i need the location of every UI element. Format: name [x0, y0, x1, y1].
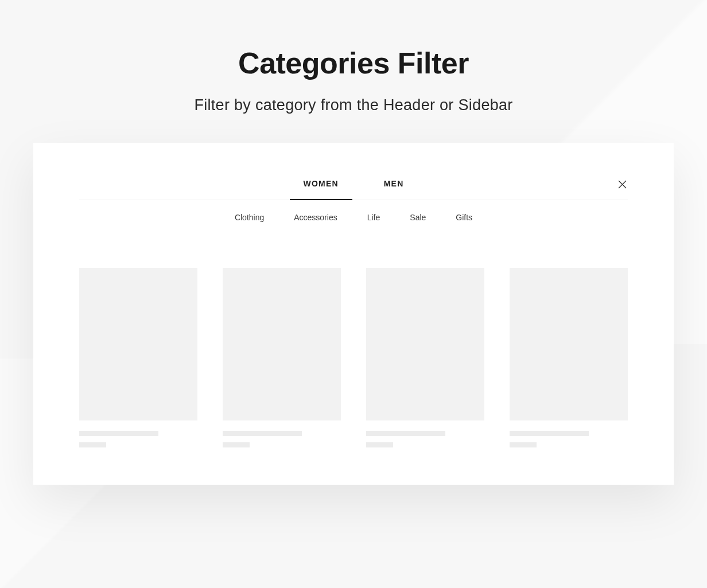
tab-gifts[interactable]: Gifts — [456, 213, 472, 222]
product-title-skeleton — [510, 431, 589, 436]
tab-life[interactable]: Life — [367, 213, 380, 222]
product-image-skeleton — [79, 268, 197, 420]
product-price-skeleton — [223, 442, 250, 447]
primary-tabs: WOMEN MEN — [79, 169, 628, 200]
filter-panel: WOMEN MEN Clothing Accessories Life Sale… — [33, 143, 674, 485]
product-card[interactable] — [223, 268, 341, 447]
product-title-skeleton — [223, 431, 302, 436]
product-price-skeleton — [510, 442, 537, 447]
page-title: Categories Filter — [0, 46, 707, 80]
products-grid — [79, 268, 628, 447]
product-price-skeleton — [366, 442, 393, 447]
product-card[interactable] — [79, 268, 197, 447]
product-image-skeleton — [510, 268, 628, 420]
product-title-skeleton — [79, 431, 158, 436]
page-header: Categories Filter Filter by category fro… — [0, 0, 707, 143]
product-card[interactable] — [510, 268, 628, 447]
tab-clothing[interactable]: Clothing — [235, 213, 264, 222]
product-title-skeleton — [366, 431, 445, 436]
product-image-skeleton — [223, 268, 341, 420]
product-card[interactable] — [366, 268, 484, 447]
tab-sale[interactable]: Sale — [410, 213, 426, 222]
product-price-skeleton — [79, 442, 106, 447]
secondary-tabs: Clothing Accessories Life Sale Gifts — [79, 200, 628, 228]
tab-men[interactable]: MEN — [377, 169, 411, 200]
product-image-skeleton — [366, 268, 484, 420]
tab-accessories[interactable]: Accessories — [294, 213, 337, 222]
tab-women[interactable]: WOMEN — [297, 169, 345, 200]
page-subtitle: Filter by category from the Header or Si… — [0, 96, 707, 114]
